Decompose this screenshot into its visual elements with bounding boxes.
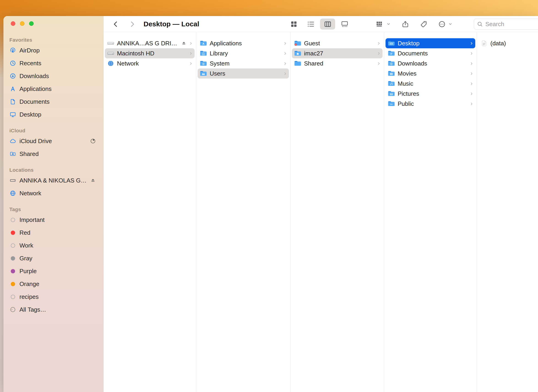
globe-outline-icon — [9, 190, 16, 197]
search-input[interactable] — [485, 21, 538, 28]
finder-column-drives: ANNIKA…AS G DRIVEMacintosh HDNetwork — [103, 32, 196, 392]
tag-dot-icon — [9, 216, 16, 223]
all-tags-icon — [9, 306, 16, 313]
search-field[interactable] — [474, 19, 538, 29]
orange-tag-icon — [11, 282, 15, 286]
row-label: Downloads — [398, 60, 427, 67]
monitor-icon — [9, 111, 16, 118]
row-documents[interactable]: Documents — [385, 48, 475, 58]
folder-public-icon — [388, 101, 395, 107]
row-label: Users — [210, 70, 225, 77]
row-shared[interactable]: Shared — [292, 58, 383, 69]
view-gallery-button[interactable] — [337, 19, 352, 29]
view-list-button[interactable] — [303, 19, 318, 29]
chevron-right-icon — [283, 62, 287, 65]
folder-plain-icon — [294, 60, 301, 67]
sidebar-item-orange[interactable]: Orange — [6, 278, 101, 290]
folder-pictures-icon — [388, 90, 395, 97]
tag-icon — [420, 20, 427, 28]
sidebar-item-label: Network — [19, 190, 98, 197]
share-button[interactable] — [400, 19, 410, 29]
chevron-left-icon — [112, 20, 120, 28]
chevron-right-icon — [189, 51, 193, 56]
row-guest[interactable]: Guest — [292, 38, 383, 48]
sidebar-item-airdrop[interactable]: AirDrop — [6, 44, 101, 57]
row-library[interactable]: Library — [198, 48, 289, 58]
icons-view-icon — [290, 20, 298, 28]
sidebar-item-label: Purple — [19, 268, 98, 275]
sidebar-item-red[interactable]: Red — [6, 226, 101, 239]
sidebar-item-shared[interactable]: Shared — [6, 147, 101, 160]
minimize-button[interactable] — [20, 21, 24, 26]
row-downloads[interactable]: Downloads — [385, 58, 475, 69]
row-applications[interactable]: A Applications — [198, 38, 289, 48]
row-annika-as-g-drive[interactable]: ANNIKA…AS G DRIVE — [105, 38, 195, 48]
back-button[interactable] — [111, 19, 121, 29]
sidebar-item-label: ANNIKA & NIKOLAS G… — [19, 177, 90, 184]
recipes-tag-icon — [11, 295, 15, 299]
sidebar-item-label: recipes — [19, 293, 98, 300]
zoom-button[interactable] — [29, 21, 34, 26]
row-label: Documents — [398, 50, 428, 57]
sidebar-item-downloads[interactable]: Downloads — [6, 70, 101, 82]
row-label: Applications — [210, 40, 242, 47]
window-title: Desktop — Local — [144, 16, 199, 32]
columns-view-icon — [324, 20, 331, 28]
sidebar-item-label: AirDrop — [19, 47, 98, 54]
row-label: imac27 — [304, 50, 323, 57]
gallery-view-icon — [341, 20, 348, 28]
row-music[interactable]: Music — [385, 79, 475, 89]
forward-button[interactable] — [127, 19, 137, 29]
row-desktop[interactable]: Desktop — [385, 38, 475, 48]
clock-icon — [9, 60, 16, 67]
row-data[interactable]: (data) — [478, 38, 537, 48]
important-tag-icon — [11, 218, 15, 222]
row-macintosh-hd[interactable]: Macintosh HD — [105, 48, 195, 58]
chevron-right-icon — [377, 62, 381, 65]
chevron-right-icon — [469, 82, 473, 86]
sidebar-item-label: Desktop — [19, 111, 98, 118]
sidebar-section-title: Favorites — [6, 36, 101, 44]
sidebar: FavoritesAirDropRecentsDownloadsApplicat… — [3, 16, 103, 392]
external-drive-icon — [107, 40, 114, 47]
view-icons-button[interactable] — [286, 19, 301, 29]
sidebar-item-desktop[interactable]: Desktop — [6, 108, 101, 121]
row-system[interactable]: System — [198, 58, 289, 69]
group-button[interactable] — [373, 19, 393, 29]
view-columns-button[interactable] — [320, 19, 335, 29]
sidebar-item-recipes[interactable]: recipes — [6, 290, 101, 303]
sidebar-section-tags: TagsImportantRedWorkGrayPurpleOrangereci… — [6, 206, 101, 316]
sidebar-item-gray[interactable]: Gray — [6, 252, 101, 265]
row-label: Desktop — [398, 40, 419, 47]
tags-button[interactable] — [418, 19, 429, 29]
tag-dot-icon — [9, 293, 16, 300]
sidebar-item-label: Downloads — [19, 73, 98, 80]
more-options-button[interactable] — [436, 19, 456, 29]
eject-icon[interactable] — [181, 41, 187, 46]
row-users[interactable]: Users — [198, 69, 289, 79]
folder-applications-icon: A — [200, 40, 207, 47]
folder-downloads-icon — [388, 60, 395, 67]
row-imac27[interactable]: imac27 — [292, 48, 383, 58]
close-button[interactable] — [11, 21, 15, 26]
sidebar-item-annika-nikolas-g[interactable]: ANNIKA & NIKOLAS G… — [6, 174, 101, 187]
sidebar-item-work[interactable]: Work — [6, 239, 101, 252]
row-public[interactable]: Public — [385, 99, 475, 109]
eject-icon[interactable] — [90, 177, 96, 183]
row-pictures[interactable]: Pictures — [385, 89, 475, 99]
sidebar-item-applications[interactable]: Applications — [6, 82, 101, 95]
red-tag-icon — [11, 231, 15, 235]
sidebar-item-important[interactable]: Important — [6, 213, 101, 226]
sidebar-item-all-tags[interactable]: All Tags… — [6, 303, 101, 316]
sidebar-item-documents[interactable]: Documents — [6, 95, 101, 108]
download-circle-icon — [9, 73, 16, 79]
row-movies[interactable]: Movies — [385, 69, 475, 79]
sidebar-item-purple[interactable]: Purple — [6, 265, 101, 278]
sidebar-item-icloud-drive[interactable]: iCloud Drive — [6, 135, 101, 147]
row-network[interactable]: Network — [105, 58, 195, 69]
internal-drive-icon — [107, 50, 114, 56]
sidebar-item-recents[interactable]: Recents — [6, 57, 101, 70]
sidebar-section-favorites: FavoritesAirDropRecentsDownloadsApplicat… — [6, 36, 101, 121]
row-label: Movies — [398, 70, 417, 77]
sidebar-item-network[interactable]: Network — [6, 187, 101, 200]
